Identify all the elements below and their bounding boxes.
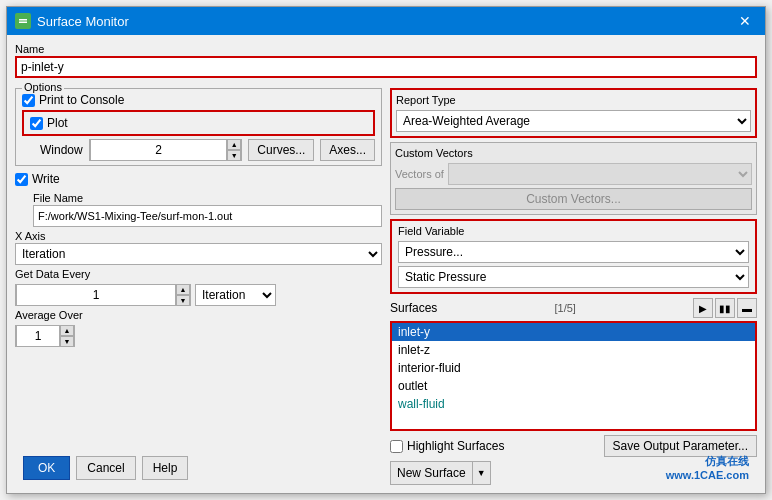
field-variable-label: Field Variable — [398, 225, 749, 237]
window-label: Window — [40, 143, 83, 157]
average-over-label: Average Over — [15, 309, 382, 321]
average-over-spinner: ▲ ▼ — [15, 325, 75, 347]
window-row: Window ▲ ▼ Curves... Axes... — [40, 139, 375, 161]
x-axis-section: X Axis Iteration Flow Time — [15, 230, 382, 265]
report-type-section: Report Type Area-Weighted Average Mass-W… — [390, 88, 757, 138]
write-label: Write — [32, 172, 60, 186]
report-type-label: Report Type — [396, 94, 751, 106]
window-value[interactable] — [90, 139, 228, 161]
surfaces-section: Surfaces [1/5] ▶ ▮▮ ▬ inlet-y inlet-z in… — [390, 298, 757, 431]
titlebar: Surface Monitor ✕ — [7, 7, 765, 35]
plot-label: Plot — [47, 116, 68, 130]
window-down-btn[interactable]: ▼ — [227, 150, 241, 161]
surface-item-outlet[interactable]: outlet — [392, 377, 755, 395]
write-row: Write — [15, 172, 382, 186]
file-name-label: File Name — [33, 192, 382, 204]
help-button[interactable]: Help — [142, 456, 189, 480]
surfaces-header: Surfaces [1/5] ▶ ▮▮ ▬ — [390, 298, 757, 318]
surface-item-inlet-z[interactable]: inlet-z — [392, 341, 755, 359]
plot-sub-options: Window ▲ ▼ Curves... Axes... — [40, 139, 375, 161]
name-section: Name — [15, 43, 757, 78]
curves-button[interactable]: Curves... — [248, 139, 314, 161]
plot-checkbox[interactable] — [30, 117, 43, 130]
vectors-of-select — [448, 163, 752, 185]
get-data-unit-select[interactable]: Iteration Flow Time — [195, 284, 276, 306]
average-over-down-btn[interactable]: ▼ — [60, 336, 74, 347]
write-sub: File Name — [33, 192, 382, 227]
name-label: Name — [15, 43, 757, 55]
get-data-up-btn[interactable]: ▲ — [176, 284, 190, 295]
get-data-spinner: ▲ ▼ — [15, 284, 191, 306]
main-body: Options Print to Console Plot Window — [15, 88, 757, 444]
vectors-of-label: Vectors of — [395, 168, 444, 180]
custom-vectors-label: Custom Vectors — [395, 147, 752, 159]
average-over-buttons: ▲ ▼ — [60, 325, 74, 347]
svg-rect-0 — [17, 15, 29, 27]
field-variable-select[interactable]: Static Pressure Dynamic Pressure Total P… — [398, 266, 749, 288]
custom-vectors-area: Custom Vectors Vectors of Custom Vectors… — [390, 142, 757, 215]
surfaces-list[interactable]: inlet-y inlet-z interior-fluid outlet wa… — [390, 321, 757, 431]
write-checkbox[interactable] — [15, 173, 28, 186]
get-data-row: ▲ ▼ Iteration Flow Time — [15, 284, 382, 306]
window-spinner-buttons: ▲ ▼ — [227, 139, 241, 161]
window-spinner: ▲ ▼ — [89, 139, 243, 161]
window-up-btn[interactable]: ▲ — [227, 139, 241, 150]
surfaces-icon-btn-2[interactable]: ▮▮ — [715, 298, 735, 318]
file-name-input[interactable] — [33, 205, 382, 227]
window-icon — [15, 13, 31, 29]
custom-vectors-button: Custom Vectors... — [395, 188, 752, 210]
brand: 仿真在线 www.1CAE.com — [666, 454, 749, 481]
svg-rect-1 — [19, 19, 27, 21]
surface-monitor-window: Surface Monitor ✕ Name Options Print to … — [6, 6, 766, 494]
surfaces-icons: ▶ ▮▮ ▬ — [693, 298, 757, 318]
axes-button[interactable]: Axes... — [320, 139, 375, 161]
surfaces-count: [1/5] — [554, 302, 575, 314]
surfaces-label: Surfaces — [390, 301, 437, 315]
titlebar-left: Surface Monitor — [15, 13, 129, 29]
get-data-label: Get Data Every — [15, 268, 382, 280]
ok-button[interactable]: OK — [23, 456, 70, 480]
report-type-select[interactable]: Area-Weighted Average Mass-Weighted Aver… — [396, 110, 751, 132]
footer-row: OK Cancel Help 仿真在线 www.1CAE.com — [15, 450, 757, 485]
window-title: Surface Monitor — [37, 14, 129, 29]
vectors-of-row: Vectors of — [395, 163, 752, 185]
brand-line1: 仿真在线 — [666, 454, 749, 469]
svg-rect-2 — [19, 22, 27, 24]
average-over-value[interactable] — [16, 325, 60, 347]
get-data-down-btn[interactable]: ▼ — [176, 295, 190, 306]
write-section: Write File Name X Axis Iteration Flow Ti… — [15, 172, 382, 347]
close-button[interactable]: ✕ — [733, 11, 757, 31]
surface-item-interior-fluid[interactable]: interior-fluid — [392, 359, 755, 377]
surface-item-inlet-y[interactable]: inlet-y — [392, 323, 755, 341]
field-variable-category-select[interactable]: Pressure... Velocity... Temperature... — [398, 241, 749, 263]
surface-item-wall-fluid[interactable]: wall-fluid — [392, 395, 755, 413]
brand-line2: www.1CAE.com — [666, 469, 749, 481]
options-label: Options — [22, 81, 64, 93]
surfaces-icon-btn-3[interactable]: ▬ — [737, 298, 757, 318]
get-data-spinner-buttons: ▲ ▼ — [176, 284, 190, 306]
options-group: Options Print to Console Plot Window — [15, 88, 382, 166]
print-to-console-label: Print to Console — [39, 93, 124, 107]
field-variable-box: Field Variable Pressure... Velocity... T… — [390, 219, 757, 294]
left-panel: Options Print to Console Plot Window — [15, 88, 382, 444]
print-to-console-checkbox[interactable] — [22, 94, 35, 107]
x-axis-select[interactable]: Iteration Flow Time — [15, 243, 382, 265]
get-data-value[interactable] — [16, 284, 176, 306]
cancel-button[interactable]: Cancel — [76, 456, 135, 480]
footer-buttons: OK Cancel Help — [23, 456, 188, 480]
right-panel: Report Type Area-Weighted Average Mass-W… — [390, 88, 757, 444]
plot-row: Plot — [22, 110, 375, 136]
average-over-up-btn[interactable]: ▲ — [60, 325, 74, 336]
name-input[interactable] — [15, 56, 757, 78]
surfaces-icon-btn-1[interactable]: ▶ — [693, 298, 713, 318]
print-to-console-row: Print to Console — [22, 93, 375, 107]
main-content: Name Options Print to Console Plot — [7, 35, 765, 493]
x-axis-label: X Axis — [15, 230, 382, 242]
